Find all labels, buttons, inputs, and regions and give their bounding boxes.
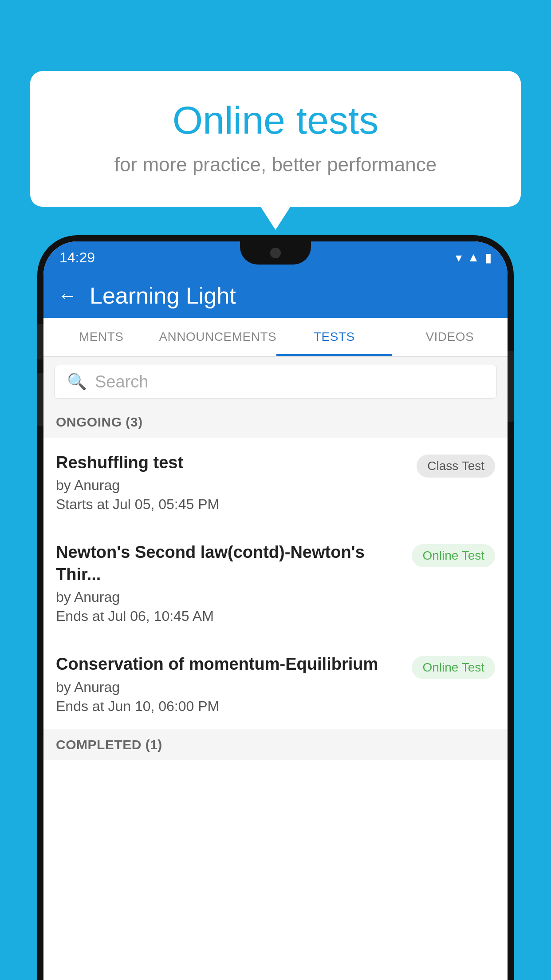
test-date-2: Ends at Jul 06, 10:45 AM (56, 608, 403, 624)
tab-tests-label: TESTS (314, 330, 355, 344)
volume-down-button (37, 324, 43, 360)
status-icons: ▾ ▲ ▮ (456, 250, 492, 265)
tab-bar: MENTS ANNOUNCEMENTS TESTS VIDEOS (43, 318, 508, 357)
notch (240, 241, 311, 265)
bubble-title: Online tests (52, 98, 499, 143)
ongoing-section-header: ONGOING (3) (43, 407, 508, 438)
speech-bubble: Online tests for more practice, better p… (30, 71, 521, 207)
completed-section-header: COMPLETED (1) (43, 729, 508, 760)
back-button[interactable]: ← (58, 285, 77, 307)
test-title-2: Newton's Second law(contd)-Newton's Thir… (56, 541, 403, 585)
status-bar: 14:29 ▾ ▲ ▮ (43, 241, 508, 273)
test-badge-1: Class Test (417, 454, 495, 478)
phone-frame: 14:29 ▾ ▲ ▮ ← Learning Light MENTS ANNOU… (37, 235, 514, 980)
phone-screen: 14:29 ▾ ▲ ▮ ← Learning Light MENTS ANNOU… (43, 241, 508, 980)
test-list: Reshuffling test by Anurag Starts at Jul… (43, 438, 508, 729)
test-title-3: Conservation of momentum-Equilibrium (56, 653, 403, 675)
bubble-subtitle: for more practice, better performance (52, 154, 499, 176)
tab-videos[interactable]: VIDEOS (392, 318, 508, 356)
tab-tests[interactable]: TESTS (276, 318, 392, 356)
test-date-1: Starts at Jul 05, 05:45 PM (56, 496, 408, 513)
test-title-1: Reshuffling test (56, 452, 408, 474)
test-info-3: Conservation of momentum-Equilibrium by … (56, 653, 412, 714)
power-button (508, 351, 514, 422)
tab-announcements-label: ANNOUNCEMENTS (159, 330, 276, 344)
test-info-2: Newton's Second law(contd)-Newton's Thir… (56, 541, 412, 624)
test-item-3[interactable]: Conservation of momentum-Equilibrium by … (43, 639, 508, 729)
volume-up-button (37, 373, 43, 426)
front-camera (270, 248, 281, 258)
test-date-3: Ends at Jun 10, 06:00 PM (56, 698, 403, 715)
test-author-3: by Anurag (56, 679, 403, 695)
search-placeholder: Search (95, 372, 148, 391)
wifi-icon: ▾ (456, 250, 462, 265)
tab-ments-label: MENTS (79, 330, 124, 344)
signal-icon: ▲ (467, 250, 480, 265)
tab-ments[interactable]: MENTS (43, 318, 159, 356)
test-badge-3: Online Test (412, 656, 495, 679)
battery-icon: ▮ (485, 250, 492, 265)
tab-announcements[interactable]: ANNOUNCEMENTS (159, 318, 276, 356)
test-author-2: by Anurag (56, 589, 403, 605)
test-item-1[interactable]: Reshuffling test by Anurag Starts at Jul… (43, 438, 508, 527)
search-container: 🔍 Search (43, 357, 508, 407)
test-author-1: by Anurag (56, 477, 408, 494)
search-box[interactable]: 🔍 Search (54, 365, 497, 399)
test-item-2[interactable]: Newton's Second law(contd)-Newton's Thir… (43, 527, 508, 639)
status-time: 14:29 (59, 249, 95, 266)
search-icon: 🔍 (67, 372, 87, 391)
test-badge-2: Online Test (412, 544, 495, 567)
app-bar: ← Learning Light (43, 273, 508, 318)
test-info-1: Reshuffling test by Anurag Starts at Jul… (56, 452, 417, 513)
app-title: Learning Light (90, 282, 236, 309)
tab-videos-label: VIDEOS (425, 330, 474, 344)
